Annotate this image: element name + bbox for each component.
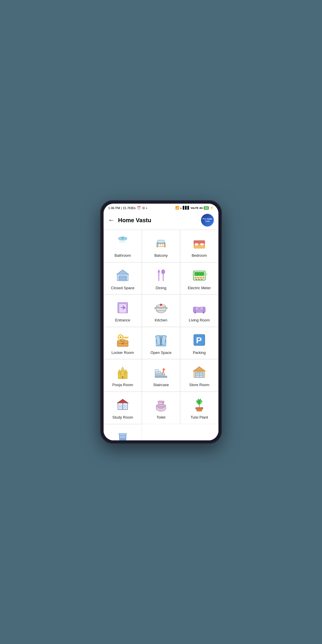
svg-point-113 xyxy=(162,402,163,404)
pooja-room-icon xyxy=(115,364,131,380)
bathroom-icon xyxy=(115,235,131,251)
living-room-icon xyxy=(191,299,207,316)
status-bar: 1:46 PM | 15.7KB/s ⏰ ◎ • 📶 ⁎ ▋▋▋ VoLTE 4… xyxy=(104,204,218,211)
balcony-icon xyxy=(153,235,169,251)
svg-rect-36 xyxy=(194,277,196,278)
grid-item-staircase[interactable]: Staircase xyxy=(142,359,180,392)
pooja-room-label: Pooja Room xyxy=(112,383,133,387)
balcony-label: Balcony xyxy=(154,253,168,258)
volte-icon: VoLTE xyxy=(191,207,198,209)
svg-rect-117 xyxy=(119,433,126,435)
svg-rect-18 xyxy=(195,243,198,245)
grid-item-bedroom[interactable]: Bedroom xyxy=(180,230,218,262)
study-room-label: Study Room xyxy=(112,415,133,420)
svg-rect-51 xyxy=(160,304,162,306)
living-room-label: Living Room xyxy=(189,318,210,323)
svg-rect-112 xyxy=(158,401,164,403)
grid-item-locker-room[interactable]: Locker Room xyxy=(104,327,142,359)
locker-room-label: Locker Room xyxy=(111,350,134,355)
status-right: 📶 ⁎ ▋▋▋ VoLTE 4G 33 ⚡ xyxy=(175,206,214,210)
svg-marker-94 xyxy=(193,367,205,371)
svg-rect-42 xyxy=(201,279,203,280)
grid-item-open-space[interactable]: Open Space xyxy=(142,327,180,359)
svg-rect-79 xyxy=(118,373,121,379)
bluetooth-icon: ⁎ xyxy=(180,206,182,210)
grid-item-toilet[interactable]: Toilet xyxy=(142,392,180,424)
study-room-icon xyxy=(115,397,131,413)
dining-icon xyxy=(153,267,169,283)
tulsi-plant-icon xyxy=(191,397,207,413)
room-grid-container[interactable]: Bathroom xyxy=(104,230,218,440)
svg-rect-39 xyxy=(202,277,204,278)
status-left: 1:46 PM | 15.7KB/s ⏰ ◎ • xyxy=(108,206,147,210)
grid-item-tulsi-plant[interactable]: Tulsi Plant xyxy=(180,392,218,424)
svg-rect-81 xyxy=(125,373,127,379)
svg-rect-67 xyxy=(121,339,125,341)
grid-item-living-room[interactable]: Living Room xyxy=(180,294,218,327)
store-room-icon xyxy=(191,364,207,380)
grid-item-kitchen[interactable]: Kitchen xyxy=(142,294,180,327)
dining-label: Dining xyxy=(156,286,167,290)
open-space-label: Open Space xyxy=(151,350,171,355)
grid-item-balcony[interactable]: Balcony xyxy=(142,230,180,262)
signal-icon: ▋▋▋ xyxy=(183,206,190,210)
svg-rect-57 xyxy=(193,307,195,312)
svg-marker-22 xyxy=(117,270,129,274)
svg-rect-19 xyxy=(200,243,204,245)
phone-screen: 1:46 PM | 15.7KB/s ⏰ ◎ • 📶 ⁎ ▋▋▋ VoLTE 4… xyxy=(104,204,218,440)
charging-icon: ⚡ xyxy=(210,206,214,210)
svg-rect-37 xyxy=(197,277,199,278)
svg-rect-114 xyxy=(196,407,203,409)
svg-rect-7 xyxy=(158,240,164,243)
svg-point-46 xyxy=(124,307,126,309)
bedroom-label: Bedroom xyxy=(192,253,207,258)
grid-item-closed-space[interactable]: Closed Space xyxy=(104,262,142,295)
app-header: ← Home Vastu Pro Vastu Com xyxy=(104,211,218,230)
grid-item-bathroom[interactable]: Bathroom xyxy=(104,230,142,262)
staircase-label: Staircase xyxy=(153,383,169,387)
svg-rect-82 xyxy=(122,376,124,379)
svg-rect-59 xyxy=(194,312,196,314)
svg-marker-76 xyxy=(121,367,125,371)
notification-icon: ◎ xyxy=(142,206,145,210)
back-button[interactable]: ← xyxy=(108,216,115,224)
svg-point-111 xyxy=(156,404,166,407)
toilet-label: Toilet xyxy=(157,415,165,420)
grid-item-dining[interactable]: Dining xyxy=(142,262,180,295)
svg-rect-53 xyxy=(166,307,168,309)
svg-rect-20 xyxy=(194,245,205,248)
parking-label: Parking xyxy=(193,350,206,355)
svg-rect-87 xyxy=(155,370,158,372)
svg-rect-44 xyxy=(119,304,126,313)
logo-text: Pro Vastu Com xyxy=(201,218,214,223)
grid-item-study-room[interactable]: Study Room xyxy=(104,392,142,424)
svg-point-62 xyxy=(120,336,122,338)
grid-item-pooja-room[interactable]: Pooja Room xyxy=(104,359,142,392)
bathroom-label: Bathroom xyxy=(115,253,131,258)
closed-space-label: Closed Space xyxy=(111,286,135,290)
svg-rect-1 xyxy=(122,237,124,239)
svg-rect-23 xyxy=(119,276,126,281)
closed-space-icon xyxy=(115,267,131,283)
time-display: 1:46 PM | 15.7KB/s xyxy=(108,206,136,210)
electric-meter-icon: 0 0 1 2 3 xyxy=(191,267,207,283)
kitchen-label: Kitchen xyxy=(155,318,167,323)
room-grid: Bathroom xyxy=(104,230,218,440)
app-logo: Pro Vastu Com xyxy=(201,214,214,227)
grid-item-parking[interactable]: P Parking xyxy=(180,327,218,359)
open-space-icon xyxy=(153,332,169,348)
water-tank-icon xyxy=(115,429,131,440)
svg-point-88 xyxy=(163,368,165,370)
svg-rect-121 xyxy=(120,438,126,440)
locker-room-icon xyxy=(115,332,131,348)
4g-icon: 4G xyxy=(199,207,203,209)
staircase-icon xyxy=(153,364,169,380)
grid-item-entrance[interactable]: Entrance xyxy=(104,294,142,327)
grid-item-water-tank[interactable]: Water Tank xyxy=(104,424,142,440)
svg-rect-77 xyxy=(121,371,124,375)
svg-text:P: P xyxy=(196,335,202,345)
phone-frame: 1:46 PM | 15.7KB/s ⏰ ◎ • 📶 ⁎ ▋▋▋ VoLTE 4… xyxy=(100,200,222,444)
grid-item-electric-meter[interactable]: 0 0 1 2 3 Electric Meter xyxy=(180,262,218,295)
svg-text:0 0 1 2 3: 0 0 1 2 3 xyxy=(195,272,207,276)
grid-item-store-room[interactable]: Store Room xyxy=(180,359,218,392)
